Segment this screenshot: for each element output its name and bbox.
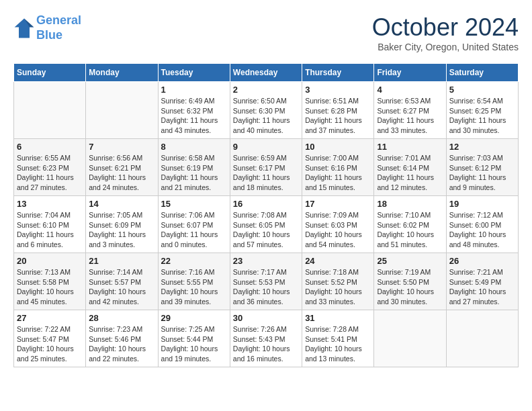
table-row: 31Sunrise: 7:28 AM Sunset: 5:41 PM Dayli… bbox=[302, 310, 374, 367]
calendar-header-row: Sunday Monday Tuesday Wednesday Thursday… bbox=[14, 64, 519, 82]
day-number: 16 bbox=[233, 199, 299, 209]
day-number: 28 bbox=[89, 313, 154, 323]
day-info: Sunrise: 7:17 AM Sunset: 5:53 PM Dayligh… bbox=[233, 267, 299, 307]
day-info: Sunrise: 6:58 AM Sunset: 6:19 PM Dayligh… bbox=[161, 153, 227, 193]
calendar-week-row: 6Sunrise: 6:55 AM Sunset: 6:23 PM Daylig… bbox=[14, 139, 519, 196]
table-row: 19Sunrise: 7:12 AM Sunset: 6:00 PM Dayli… bbox=[446, 196, 518, 253]
col-thursday: Thursday bbox=[302, 64, 374, 82]
table-row: 9Sunrise: 6:59 AM Sunset: 6:17 PM Daylig… bbox=[230, 139, 302, 196]
logo: General Blue bbox=[13, 13, 81, 42]
table-row: 11Sunrise: 7:01 AM Sunset: 6:14 PM Dayli… bbox=[374, 139, 446, 196]
day-number: 6 bbox=[17, 142, 83, 152]
day-number: 2 bbox=[233, 85, 299, 95]
day-number: 31 bbox=[305, 313, 371, 323]
col-friday: Friday bbox=[374, 64, 446, 82]
table-row: 27Sunrise: 7:22 AM Sunset: 5:47 PM Dayli… bbox=[14, 310, 86, 367]
col-saturday: Saturday bbox=[446, 64, 518, 82]
day-info: Sunrise: 7:19 AM Sunset: 5:50 PM Dayligh… bbox=[377, 267, 443, 307]
table-row: 10Sunrise: 7:00 AM Sunset: 6:16 PM Dayli… bbox=[302, 139, 374, 196]
day-info: Sunrise: 7:04 AM Sunset: 6:10 PM Dayligh… bbox=[17, 210, 83, 250]
table-row bbox=[446, 310, 518, 367]
calendar-week-row: 13Sunrise: 7:04 AM Sunset: 6:10 PM Dayli… bbox=[14, 196, 519, 253]
day-info: Sunrise: 7:26 AM Sunset: 5:43 PM Dayligh… bbox=[233, 324, 299, 364]
day-info: Sunrise: 7:23 AM Sunset: 5:46 PM Dayligh… bbox=[89, 324, 154, 364]
month-title: October 2024 bbox=[372, 13, 519, 42]
day-number: 23 bbox=[233, 256, 299, 266]
day-number: 29 bbox=[161, 313, 227, 323]
table-row: 2Sunrise: 6:50 AM Sunset: 6:30 PM Daylig… bbox=[230, 82, 302, 139]
table-row bbox=[86, 82, 158, 139]
day-info: Sunrise: 7:25 AM Sunset: 5:44 PM Dayligh… bbox=[161, 324, 227, 364]
day-info: Sunrise: 7:09 AM Sunset: 6:03 PM Dayligh… bbox=[305, 210, 371, 250]
day-number: 18 bbox=[377, 199, 443, 209]
day-info: Sunrise: 7:22 AM Sunset: 5:47 PM Dayligh… bbox=[17, 324, 83, 364]
table-row: 16Sunrise: 7:08 AM Sunset: 6:05 PM Dayli… bbox=[230, 196, 302, 253]
day-info: Sunrise: 7:18 AM Sunset: 5:52 PM Dayligh… bbox=[305, 267, 371, 307]
table-row: 26Sunrise: 7:21 AM Sunset: 5:49 PM Dayli… bbox=[446, 253, 518, 310]
calendar-table: Sunday Monday Tuesday Wednesday Thursday… bbox=[13, 63, 519, 367]
svg-marker-0 bbox=[15, 18, 34, 38]
day-number: 13 bbox=[17, 199, 83, 209]
day-number: 5 bbox=[449, 85, 515, 95]
logo-icon bbox=[13, 17, 35, 39]
col-sunday: Sunday bbox=[14, 64, 86, 82]
day-number: 27 bbox=[17, 313, 83, 323]
day-number: 30 bbox=[233, 313, 299, 323]
table-row: 8Sunrise: 6:58 AM Sunset: 6:19 PM Daylig… bbox=[158, 139, 230, 196]
day-info: Sunrise: 6:55 AM Sunset: 6:23 PM Dayligh… bbox=[17, 153, 83, 193]
day-number: 21 bbox=[89, 256, 154, 266]
day-info: Sunrise: 7:01 AM Sunset: 6:14 PM Dayligh… bbox=[377, 153, 443, 193]
calendar-week-row: 1Sunrise: 6:49 AM Sunset: 6:32 PM Daylig… bbox=[14, 82, 519, 139]
day-info: Sunrise: 7:16 AM Sunset: 5:55 PM Dayligh… bbox=[161, 267, 227, 307]
day-number: 7 bbox=[89, 142, 154, 152]
title-section: October 2024 Baker City, Oregon, United … bbox=[372, 13, 519, 52]
day-info: Sunrise: 6:59 AM Sunset: 6:17 PM Dayligh… bbox=[233, 153, 299, 193]
table-row: 14Sunrise: 7:05 AM Sunset: 6:09 PM Dayli… bbox=[86, 196, 158, 253]
day-number: 12 bbox=[449, 142, 515, 152]
table-row: 7Sunrise: 6:56 AM Sunset: 6:21 PM Daylig… bbox=[86, 139, 158, 196]
day-info: Sunrise: 7:06 AM Sunset: 6:07 PM Dayligh… bbox=[161, 210, 227, 250]
table-row: 23Sunrise: 7:17 AM Sunset: 5:53 PM Dayli… bbox=[230, 253, 302, 310]
day-info: Sunrise: 7:10 AM Sunset: 6:02 PM Dayligh… bbox=[377, 210, 443, 250]
day-number: 22 bbox=[161, 256, 227, 266]
table-row: 15Sunrise: 7:06 AM Sunset: 6:07 PM Dayli… bbox=[158, 196, 230, 253]
calendar-week-row: 27Sunrise: 7:22 AM Sunset: 5:47 PM Dayli… bbox=[14, 310, 519, 367]
table-row: 17Sunrise: 7:09 AM Sunset: 6:03 PM Dayli… bbox=[302, 196, 374, 253]
logo-general: General bbox=[36, 13, 81, 27]
day-info: Sunrise: 7:05 AM Sunset: 6:09 PM Dayligh… bbox=[89, 210, 154, 250]
day-number: 3 bbox=[305, 85, 371, 95]
logo-blue: Blue bbox=[36, 28, 62, 42]
day-number: 8 bbox=[161, 142, 227, 152]
day-number: 1 bbox=[161, 85, 227, 95]
day-info: Sunrise: 7:03 AM Sunset: 6:12 PM Dayligh… bbox=[449, 153, 515, 193]
day-number: 11 bbox=[377, 142, 443, 152]
table-row: 29Sunrise: 7:25 AM Sunset: 5:44 PM Dayli… bbox=[158, 310, 230, 367]
col-tuesday: Tuesday bbox=[158, 64, 230, 82]
table-row: 12Sunrise: 7:03 AM Sunset: 6:12 PM Dayli… bbox=[446, 139, 518, 196]
table-row: 25Sunrise: 7:19 AM Sunset: 5:50 PM Dayli… bbox=[374, 253, 446, 310]
col-wednesday: Wednesday bbox=[230, 64, 302, 82]
table-row: 24Sunrise: 7:18 AM Sunset: 5:52 PM Dayli… bbox=[302, 253, 374, 310]
table-row: 20Sunrise: 7:13 AM Sunset: 5:58 PM Dayli… bbox=[14, 253, 86, 310]
table-row: 6Sunrise: 6:55 AM Sunset: 6:23 PM Daylig… bbox=[14, 139, 86, 196]
table-row: 1Sunrise: 6:49 AM Sunset: 6:32 PM Daylig… bbox=[158, 82, 230, 139]
day-info: Sunrise: 6:50 AM Sunset: 6:30 PM Dayligh… bbox=[233, 96, 299, 136]
table-row: 22Sunrise: 7:16 AM Sunset: 5:55 PM Dayli… bbox=[158, 253, 230, 310]
table-row: 28Sunrise: 7:23 AM Sunset: 5:46 PM Dayli… bbox=[86, 310, 158, 367]
day-number: 9 bbox=[233, 142, 299, 152]
day-number: 26 bbox=[449, 256, 515, 266]
day-info: Sunrise: 6:53 AM Sunset: 6:27 PM Dayligh… bbox=[377, 96, 443, 136]
table-row: 30Sunrise: 7:26 AM Sunset: 5:43 PM Dayli… bbox=[230, 310, 302, 367]
day-number: 25 bbox=[377, 256, 443, 266]
day-info: Sunrise: 7:28 AM Sunset: 5:41 PM Dayligh… bbox=[305, 324, 371, 364]
day-info: Sunrise: 7:21 AM Sunset: 5:49 PM Dayligh… bbox=[449, 267, 515, 307]
day-info: Sunrise: 7:00 AM Sunset: 6:16 PM Dayligh… bbox=[305, 153, 371, 193]
table-row: 21Sunrise: 7:14 AM Sunset: 5:57 PM Dayli… bbox=[86, 253, 158, 310]
table-row: 4Sunrise: 6:53 AM Sunset: 6:27 PM Daylig… bbox=[374, 82, 446, 139]
table-row bbox=[14, 82, 86, 139]
day-number: 17 bbox=[305, 199, 371, 209]
day-info: Sunrise: 7:12 AM Sunset: 6:00 PM Dayligh… bbox=[449, 210, 515, 250]
day-info: Sunrise: 7:08 AM Sunset: 6:05 PM Dayligh… bbox=[233, 210, 299, 250]
table-row: 5Sunrise: 6:54 AM Sunset: 6:25 PM Daylig… bbox=[446, 82, 518, 139]
day-info: Sunrise: 7:14 AM Sunset: 5:57 PM Dayligh… bbox=[89, 267, 154, 307]
